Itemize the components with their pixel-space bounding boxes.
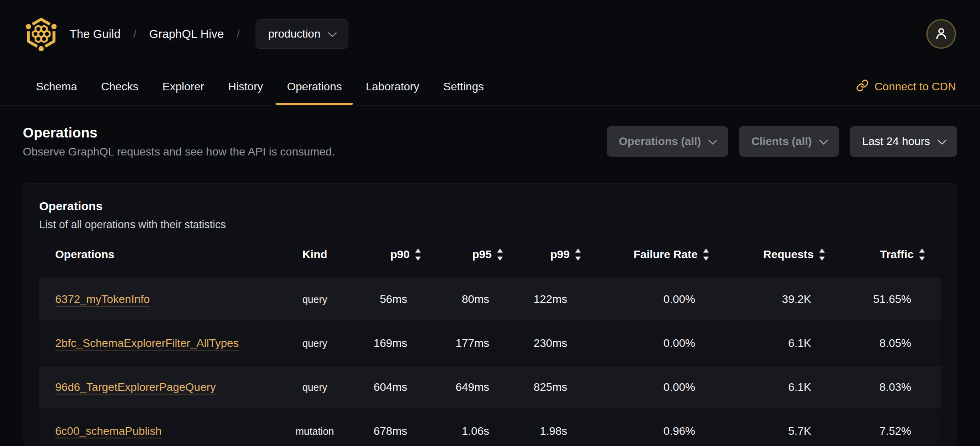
tab-history[interactable]: History bbox=[216, 68, 275, 106]
breadcrumb-project[interactable]: GraphQL Hive bbox=[149, 28, 224, 41]
top-bar: The Guild / GraphQL Hive / production bbox=[0, 0, 980, 68]
cell-p90: 169ms bbox=[365, 337, 421, 350]
cell-failure-rate: 0.96% bbox=[581, 425, 709, 438]
tab-schema[interactable]: Schema bbox=[24, 68, 89, 106]
cell-kind: query bbox=[265, 382, 365, 393]
table-row: 6372_myTokenInfo query 56ms 80ms 122ms 0… bbox=[39, 278, 941, 321]
operation-link[interactable]: 6372_myTokenInfo bbox=[55, 293, 150, 305]
chevron-down-icon bbox=[708, 136, 718, 145]
page-subtitle: Observe GraphQL requests and see how the… bbox=[23, 145, 335, 158]
cell-traffic: 8.03% bbox=[825, 381, 925, 394]
clients-filter-label: Clients (all) bbox=[751, 135, 812, 148]
operation-link[interactable]: 96d6_TargetExplorerPageQuery bbox=[55, 381, 216, 393]
cell-p95: 649ms bbox=[421, 381, 503, 394]
column-header-traffic[interactable]: Traffic bbox=[825, 248, 925, 261]
target-select-value: production bbox=[268, 28, 320, 40]
cell-failure-rate: 0.00% bbox=[581, 293, 709, 306]
breadcrumb: The Guild / GraphQL Hive / production bbox=[24, 17, 348, 51]
hive-logo-icon bbox=[24, 17, 58, 51]
cell-p95: 1.06s bbox=[421, 425, 503, 438]
connect-to-cdn-link[interactable]: Connect to CDN bbox=[856, 68, 956, 106]
table-row: 6c00_schemaPublish mutation 678ms 1.06s … bbox=[39, 410, 941, 446]
cell-p90: 678ms bbox=[365, 425, 421, 438]
column-label: p90 bbox=[390, 248, 410, 261]
cell-p90: 604ms bbox=[365, 381, 421, 394]
cell-failure-rate: 0.00% bbox=[581, 337, 709, 350]
operations-filter-button[interactable]: Operations (all) bbox=[607, 126, 728, 157]
chevron-down-icon bbox=[938, 136, 947, 145]
cell-requests: 5.7K bbox=[709, 425, 825, 438]
tab-checks[interactable]: Checks bbox=[89, 68, 150, 106]
user-icon bbox=[933, 26, 949, 43]
period-filter-button[interactable]: Last 24 hours bbox=[850, 126, 957, 157]
column-header-p99[interactable]: p99 bbox=[503, 248, 581, 261]
card-title: Operations bbox=[39, 199, 941, 213]
tab-explorer[interactable]: Explorer bbox=[150, 68, 216, 106]
cell-traffic: 7.52% bbox=[825, 425, 925, 438]
card-subtitle: List of all operations with their statis… bbox=[39, 219, 941, 231]
table-header-row: Operations Kind p90 p95 p99 Failure Rate bbox=[39, 231, 941, 278]
cell-p99: 230ms bbox=[503, 337, 581, 350]
operations-card: Operations List of all operations with t… bbox=[23, 183, 957, 446]
operation-link[interactable]: 6c00_schemaPublish bbox=[55, 425, 162, 437]
cell-p90: 56ms bbox=[365, 293, 421, 306]
filter-controls: Operations (all) Clients (all) Last 24 h… bbox=[607, 126, 957, 157]
operation-link[interactable]: 2bfc_SchemaExplorerFilter_AllTypes bbox=[55, 337, 239, 349]
column-header-p95[interactable]: p95 bbox=[421, 248, 503, 261]
chevron-down-icon bbox=[328, 28, 337, 38]
table-row: 2bfc_SchemaExplorerFilter_AllTypes query… bbox=[39, 322, 941, 364]
period-filter-label: Last 24 hours bbox=[862, 135, 930, 148]
chevron-down-icon bbox=[819, 136, 828, 145]
nav-tabs: Schema Checks Explorer History Operation… bbox=[24, 68, 496, 106]
clients-filter-button[interactable]: Clients (all) bbox=[739, 126, 839, 157]
cell-p95: 80ms bbox=[421, 293, 503, 306]
column-label: Traffic bbox=[880, 248, 914, 261]
cell-p99: 1.98s bbox=[503, 425, 581, 438]
sort-icon bbox=[497, 249, 503, 261]
cell-requests: 6.1K bbox=[709, 381, 825, 394]
sort-icon bbox=[415, 249, 421, 261]
cell-failure-rate: 0.00% bbox=[581, 381, 709, 394]
sort-icon bbox=[819, 249, 825, 261]
main-nav: Schema Checks Explorer History Operation… bbox=[0, 68, 980, 106]
cell-requests: 39.2K bbox=[709, 293, 825, 306]
tab-settings[interactable]: Settings bbox=[431, 68, 496, 106]
page-heading: Operations Observe GraphQL requests and … bbox=[23, 125, 335, 158]
cell-p99: 825ms bbox=[503, 381, 581, 394]
sort-icon bbox=[919, 249, 925, 261]
cell-kind: query bbox=[265, 338, 365, 349]
cell-requests: 6.1K bbox=[709, 337, 825, 350]
column-label: Requests bbox=[763, 248, 814, 261]
operations-filter-label: Operations (all) bbox=[619, 135, 701, 148]
page-title: Operations bbox=[23, 125, 335, 141]
main-content: Operations Observe GraphQL requests and … bbox=[0, 125, 980, 446]
column-header-p90[interactable]: p90 bbox=[365, 248, 421, 261]
cell-kind: mutation bbox=[265, 426, 365, 437]
sort-icon bbox=[575, 249, 581, 261]
breadcrumb-org[interactable]: The Guild bbox=[70, 28, 121, 41]
link-icon bbox=[856, 79, 869, 95]
column-header-failure-rate[interactable]: Failure Rate bbox=[581, 248, 709, 261]
column-label: p99 bbox=[550, 248, 570, 261]
column-header-kind: Kind bbox=[265, 248, 365, 261]
breadcrumb-separator: / bbox=[132, 28, 138, 40]
target-select-button[interactable]: production bbox=[256, 19, 348, 49]
tab-laboratory[interactable]: Laboratory bbox=[354, 68, 431, 106]
cell-p95: 177ms bbox=[421, 337, 503, 350]
connect-to-cdn-label: Connect to CDN bbox=[874, 80, 956, 93]
column-header-requests[interactable]: Requests bbox=[709, 248, 825, 261]
operations-table: Operations Kind p90 p95 p99 Failure Rate bbox=[39, 231, 941, 446]
cell-kind: query bbox=[265, 294, 365, 305]
cell-traffic: 8.05% bbox=[825, 337, 925, 350]
sort-icon bbox=[703, 249, 709, 261]
column-header-operations: Operations bbox=[55, 248, 265, 261]
breadcrumb-separator: / bbox=[235, 28, 242, 40]
user-avatar-button[interactable] bbox=[926, 19, 956, 49]
cell-p99: 122ms bbox=[503, 293, 581, 306]
tab-operations[interactable]: Operations bbox=[275, 68, 354, 106]
cell-traffic: 51.65% bbox=[825, 293, 925, 306]
column-label: p95 bbox=[472, 248, 492, 261]
column-label: Failure Rate bbox=[634, 248, 698, 261]
table-row: 96d6_TargetExplorerPageQuery query 604ms… bbox=[39, 366, 941, 408]
